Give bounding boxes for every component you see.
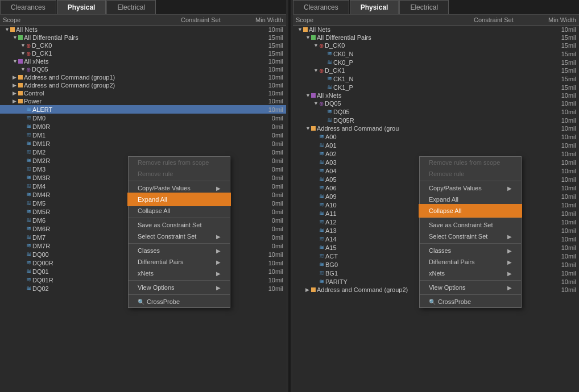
tree-arrow[interactable]: ▼ [313, 43, 319, 48]
net-icon: ≋ [26, 251, 31, 258]
menu-separator [129, 181, 230, 181]
tree-item[interactable]: ≋ ALERT 10mil [0, 105, 286, 114]
tree-arrow[interactable]: ▶ [13, 90, 18, 96]
tree-item[interactable]: ▼ ⊕ D_CK0 15mil [0, 41, 286, 49]
submenu-arrow-icon: ▶ [507, 233, 512, 240]
menu-item[interactable]: Select Constraint Set ▶ [129, 231, 230, 242]
tree-item[interactable]: ▼ ⊕ D_CK1 15mil [293, 66, 579, 74]
menu-item[interactable]: Expand All [420, 194, 521, 205]
tree-arrow[interactable]: ▶ [13, 82, 18, 88]
tree-item[interactable]: ▶ Address and Command (group2) 10mil [0, 81, 286, 89]
left-header: Scope Constraint Set Min Width [0, 15, 286, 26]
tree-arrow[interactable]: ▼ [20, 66, 26, 72]
menu-item-label: Select Constraint Set [138, 233, 196, 240]
menu-item[interactable]: Differential Pairs ▶ [420, 256, 521, 268]
right-tab-clearances[interactable]: Clearances [293, 0, 349, 14]
menu-item[interactable]: 🔍CrossProbe [129, 296, 230, 307]
net-icon: ≋ [26, 216, 31, 224]
net-icon: ≋ [26, 114, 31, 122]
tree-arrow[interactable]: ▶ [13, 98, 18, 104]
menu-item-label: xNets [429, 270, 445, 277]
tree-arrow[interactable]: ▼ [13, 59, 18, 64]
left-tab-physical[interactable]: Physical [57, 0, 106, 14]
tree-item[interactable]: ▼ All Differential Pairs 15mil [0, 34, 286, 41]
tree-arrow[interactable]: ▼ [305, 126, 311, 131]
tree-item[interactable]: ≋ DQ05R 10mil [293, 116, 579, 124]
menu-item-label: Copy/Paste Values [138, 185, 191, 191]
tree-item[interactable]: ▶ Power 10mil [0, 97, 286, 105]
net-icon: ≋ [26, 242, 31, 249]
menu-item[interactable]: View Options ▶ [129, 282, 230, 293]
left-tab-electrical[interactable]: Electrical [106, 0, 156, 14]
tree-item-value: 10mil [539, 117, 579, 124]
menu-item[interactable]: Expand All [129, 194, 230, 205]
menu-item[interactable]: Classes ▶ [129, 245, 230, 256]
tree-arrow[interactable]: ▶ [13, 74, 18, 80]
tree-arrow[interactable]: ▼ [20, 43, 26, 48]
tree-item[interactable]: ▼ All Differential Pairs 15mil [293, 34, 579, 41]
tree-item[interactable]: ▼ ⊕ D_CK0 15mil [293, 41, 579, 49]
menu-item[interactable]: xNets ▶ [420, 268, 521, 279]
tree-item[interactable]: ▼ ⊕ DQ05 10mil [0, 65, 286, 73]
tree-item[interactable]: ≋ CK1_P 15mil [293, 83, 579, 91]
tree-item-label: CK1_P [333, 84, 539, 91]
right-tab-physical[interactable]: Physical [350, 0, 399, 14]
menu-item[interactable]: Save as Constraint Set [420, 219, 521, 231]
menu-item[interactable]: View Options ▶ [420, 282, 521, 293]
tree-arrow[interactable]: ▼ [313, 68, 319, 73]
tree-item-value: 15mil [539, 84, 579, 91]
tree-item-value: 0mil [246, 132, 286, 139]
tree-item[interactable]: ≋ DM1 0mil [0, 131, 286, 139]
tree-arrow[interactable]: ▼ [313, 101, 319, 106]
menu-item[interactable]: 🔍CrossProbe [420, 296, 521, 307]
right-context-menu: Remove rules from scope Remove rule Copy… [419, 156, 522, 308]
tree-arrow[interactable]: ▼ [305, 35, 311, 40]
tree-item[interactable]: ▼ All Nets 10mil [293, 26, 579, 34]
tree-item[interactable]: ≋ DM0R 0mil [0, 122, 286, 131]
menu-item[interactable]: Collapse All [129, 205, 230, 216]
net-icon: ≋ [26, 182, 31, 190]
tree-item[interactable]: ≋ CK0_N 15mil [293, 49, 579, 58]
net-icon: ≋ [319, 176, 324, 183]
tree-item-value: 10mil [246, 98, 286, 105]
tree-arrow[interactable]: ▼ [5, 27, 10, 32]
tree-item[interactable]: ≋ DM0 0mil [0, 114, 286, 122]
tree-item[interactable]: ≋ A00 10mil [293, 132, 579, 141]
tree-item[interactable]: ▼ All Nets 10mil [0, 26, 286, 34]
tree-item[interactable]: ▼ Address and Command (grou 10mil [293, 124, 579, 132]
menu-item[interactable]: Classes ▶ [420, 245, 521, 256]
menu-item[interactable]: Collapse All [420, 205, 521, 216]
right-header-scope: Scope [296, 16, 474, 23]
menu-item[interactable]: Copy/Paste Values ▶ [129, 182, 230, 194]
tree-item[interactable]: ≋ DM2 0mil [0, 148, 286, 156]
tree-item[interactable]: ≋ A01 10mil [293, 141, 579, 149]
tree-item[interactable]: ≋ CK0_P 15mil [293, 58, 579, 66]
menu-item[interactable]: Differential Pairs ▶ [129, 256, 230, 268]
menu-item[interactable]: xNets ▶ [129, 268, 230, 279]
net-icon: ≋ [26, 157, 31, 164]
right-tab-electrical[interactable]: Electrical [399, 0, 449, 14]
tree-item[interactable]: ▼ All xNets 10mil [0, 57, 286, 65]
menu-item[interactable]: Copy/Paste Values ▶ [420, 182, 521, 194]
group-icon [311, 126, 316, 131]
net-icon: ≋ [26, 268, 31, 275]
submenu-arrow-icon: ▶ [216, 185, 221, 191]
left-tab-clearances[interactable]: Clearances [0, 0, 56, 14]
tree-arrow[interactable]: ▼ [20, 51, 26, 56]
tree-item[interactable]: ▼ ⊕ D_CK1 15mil [0, 49, 286, 57]
tree-item[interactable]: ▼ ⊕ DQ05 10mil [293, 99, 579, 107]
tree-item[interactable]: ≋ DM1R 0mil [0, 139, 286, 148]
tree-item[interactable]: ▶ Address and Command (group1) 10mil [0, 73, 286, 81]
tree-arrow[interactable]: ▶ [305, 287, 311, 293]
menu-item[interactable]: Save as Constraint Set [129, 219, 230, 231]
tree-arrow[interactable]: ▼ [13, 35, 18, 40]
tree-item[interactable]: ▶ Control 10mil [0, 89, 286, 97]
tree-item[interactable]: ≋ DQ05 10mil [293, 107, 579, 116]
tree-arrow[interactable]: ▼ [305, 93, 311, 98]
menu-item[interactable]: Select Constraint Set ▶ [420, 231, 521, 242]
tree-item[interactable]: ▼ All xNets 10mil [293, 91, 579, 99]
tree-arrow[interactable]: ▼ [297, 27, 303, 32]
menu-item-label: Expand All [138, 196, 167, 203]
tree-item[interactable]: ≋ CK1_N 15mil [293, 74, 579, 83]
tree-item-value: 10mil [539, 193, 579, 200]
